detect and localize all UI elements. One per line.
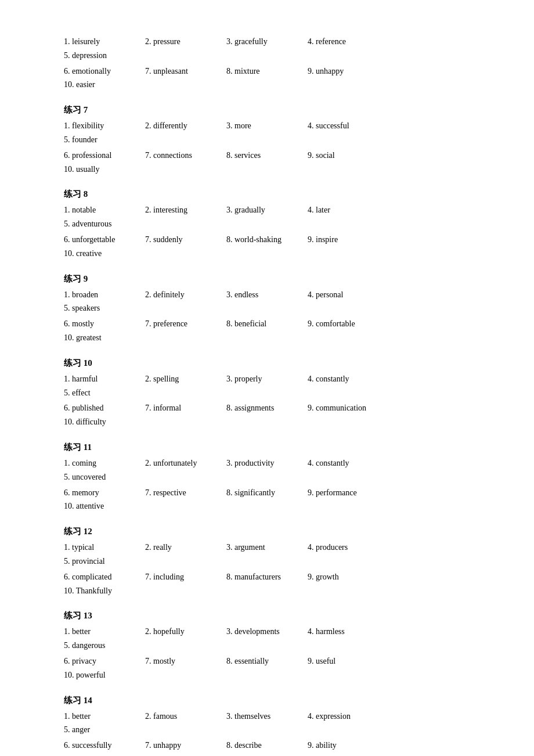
answer-item: 4. later (308, 203, 400, 217)
answers-row-11-0: 1. coming2. unfortunately3. productivity… (64, 456, 470, 484)
answers-row-14-0: 1. better2. famous3. themselves4. expres… (64, 710, 470, 737)
answer-item: 4. successful (308, 119, 400, 133)
answers-row-8-1: 6. unforgettable7. suddenly8. world-shak… (64, 233, 470, 261)
answers-row-7-0: 1. flexibility2. differently3. more4. su… (64, 119, 470, 147)
section-title-12: 练习 12 (64, 526, 470, 537)
answer-item: 3. productivity (226, 456, 308, 470)
answer-item: 10. violence (64, 753, 145, 756)
answers-row-intro-0: 1. leisurely2. pressure3. gracefully4. r… (64, 35, 470, 63)
answer-item: 9. unhappy (308, 64, 400, 78)
answer-item: 6. privacy (64, 654, 145, 668)
answers-row-13-1: 6. privacy7. mostly8. essentially9. usef… (64, 654, 470, 682)
section-7: 练习 71. flexibility2. differently3. more4… (64, 105, 470, 176)
answer-item: 7. suddenly (145, 233, 226, 247)
answer-item: 6. complicated (64, 570, 145, 584)
answer-item: 10. powerful (64, 668, 145, 682)
answer-item: 2. famous (145, 710, 226, 723)
answer-item: 10. attentive (64, 499, 145, 513)
answer-item: 10. greatest (64, 331, 145, 345)
answer-item: 2. pressure (145, 35, 226, 49)
answer-item: 6. professional (64, 149, 145, 163)
answer-item: 2. spelling (145, 372, 226, 386)
answer-item: 5. founder (64, 133, 145, 147)
answer-item: 2. differently (145, 119, 226, 133)
answer-item: 8. essentially (226, 654, 308, 668)
answer-item: 4. producers (308, 541, 400, 555)
section-title-9: 练习 9 (64, 273, 470, 285)
section-10: 练习 101. harmful2. spelling3. properly4. … (64, 358, 470, 429)
answer-item: 5. depression (64, 49, 145, 63)
answer-item: 1. harmful (64, 372, 145, 386)
answer-item: 3. properly (226, 372, 308, 386)
answer-item: 8. describe (226, 739, 308, 753)
answer-item: 10. Thankfully (64, 584, 145, 598)
answer-item: 6. published (64, 401, 145, 415)
answers-row-10-1: 6. published7. informal8. assignments9. … (64, 401, 470, 429)
answer-item: 5. effect (64, 386, 145, 400)
answer-item: 9. performance (308, 486, 400, 500)
answers-row-intro-1: 6. emotionally7. unpleasant8. mixture9. … (64, 64, 470, 92)
answer-item: 8. mixture (226, 64, 308, 78)
answer-item: 9. communication (308, 401, 400, 415)
answers-row-10-0: 1. harmful2. spelling3. properly4. const… (64, 372, 470, 400)
answer-item: 5. uncovered (64, 470, 145, 484)
section-title-11: 练习 11 (64, 442, 470, 453)
answer-item: 9. ability (308, 739, 400, 753)
answer-item: 10. difficulty (64, 415, 145, 429)
answer-item: 2. hopefully (145, 625, 226, 639)
answer-item: 9. growth (308, 570, 400, 584)
answer-item: 10. usually (64, 163, 145, 177)
answers-row-14-1: 6. successfully7. unhappy8. describe9. a… (64, 739, 470, 756)
section-title-13: 练习 13 (64, 610, 470, 621)
answer-item: 9. comfortable (308, 317, 400, 331)
answer-item: 1. leisurely (64, 35, 145, 49)
answer-item: 1. typical (64, 541, 145, 555)
answer-item: 4. personal (308, 288, 400, 302)
answers-row-13-0: 1. better2. hopefully3. developments4. h… (64, 625, 470, 653)
answer-item: 1. broaden (64, 288, 145, 302)
answer-item: 6. memory (64, 486, 145, 500)
answer-item: 10. easier (64, 78, 145, 92)
section-title-8: 练习 8 (64, 189, 470, 200)
answer-item: 3. gracefully (226, 35, 308, 49)
answer-item: 7. unhappy (145, 739, 226, 753)
answer-item: 1. better (64, 710, 145, 723)
answer-item: 6. mostly (64, 317, 145, 331)
answers-row-9-1: 6. mostly7. preference8. beneficial9. co… (64, 317, 470, 345)
answer-item: 8. manufacturers (226, 570, 308, 584)
answer-item: 7. unpleasant (145, 64, 226, 78)
answer-item: 4. harmless (308, 625, 400, 639)
answer-item: 2. unfortunately (145, 456, 226, 470)
answer-item: 8. world-shaking (226, 233, 308, 247)
answer-item: 8. beneficial (226, 317, 308, 331)
answers-row-12-1: 6. complicated7. including8. manufacture… (64, 570, 470, 598)
answer-item: 2. really (145, 541, 226, 555)
answer-item: 7. including (145, 570, 226, 584)
answer-item: 8. significantly (226, 486, 308, 500)
answer-item: 5. dangerous (64, 639, 145, 653)
answer-item: 1. flexibility (64, 119, 145, 133)
answer-item: 2. interesting (145, 203, 226, 217)
answer-item: 10. creative (64, 247, 145, 261)
answer-item: 5. provincial (64, 555, 145, 568)
answer-item: 5. speakers (64, 301, 145, 315)
answer-item: 6. unforgettable (64, 233, 145, 247)
answer-item: 3. themselves (226, 710, 308, 723)
answer-item: 7. mostly (145, 654, 226, 668)
answer-item: 7. preference (145, 317, 226, 331)
answer-item: 4. expression (308, 710, 400, 723)
answer-item: 8. services (226, 149, 308, 163)
answer-item: 4. constantly (308, 456, 400, 470)
answer-item: 8. assignments (226, 401, 308, 415)
answer-item: 3. endless (226, 288, 308, 302)
section-title-7: 练习 7 (64, 105, 470, 116)
answer-item: 4. constantly (308, 372, 400, 386)
answers-row-7-1: 6. professional7. connections8. services… (64, 149, 470, 177)
answer-item: 6. successfully (64, 739, 145, 753)
answer-item: 1. notable (64, 203, 145, 217)
answer-item: 5. adventurous (64, 217, 145, 231)
section-8: 练习 81. notable2. interesting3. gradually… (64, 189, 470, 260)
answer-item: 6. emotionally (64, 64, 145, 78)
answers-row-12-0: 1. typical2. really3. argument4. produce… (64, 541, 470, 568)
answer-item: 9. inspire (308, 233, 400, 247)
